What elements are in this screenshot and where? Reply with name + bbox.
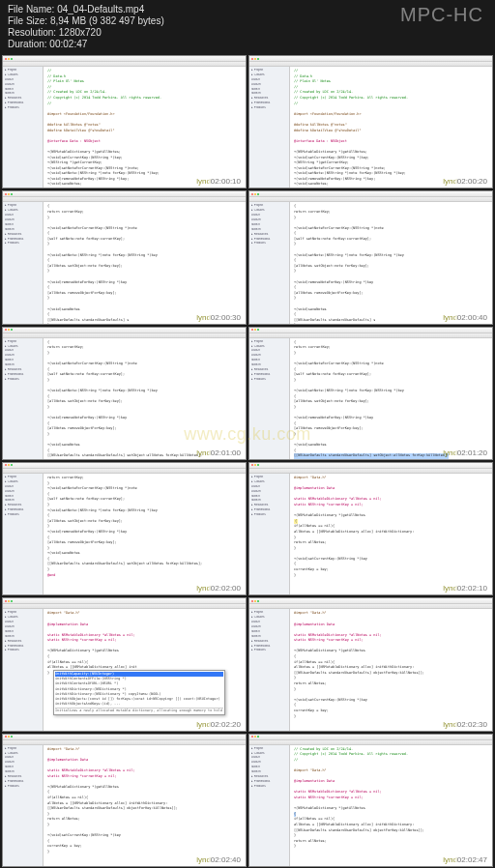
tree-item[interactable]: ▸ Classes xyxy=(5,209,41,213)
tree-item[interactable]: Data.h xyxy=(251,349,287,353)
tree-item[interactable]: Note.m xyxy=(5,92,41,96)
project-navigator[interactable]: ▸ Project ▸ Classes Data.h Data.m Note.h… xyxy=(3,67,44,188)
tree-item[interactable]: ▸ Products xyxy=(251,106,287,110)
tree-item[interactable]: ▸ Products xyxy=(5,785,41,789)
tree-item[interactable]: ▸ Project xyxy=(5,204,41,208)
tree-item[interactable]: Note.h xyxy=(5,766,41,769)
tree-item[interactable]: ▸ Resources xyxy=(251,640,287,644)
tree-item[interactable]: ▸ Project xyxy=(5,747,41,751)
code-editor[interactable]: { return currentKey;} +(void)setNoteForC… xyxy=(44,202,246,323)
tree-item[interactable]: ▸ Frameworks xyxy=(5,101,41,105)
tree-item[interactable]: ▸ Frameworks xyxy=(5,238,41,242)
project-navigator[interactable]: ▸ Project ▸ Classes Data.h Data.m Note.h… xyxy=(3,609,44,730)
code-editor[interactable]: { return currentKey;} +(void)setNoteForC… xyxy=(290,338,492,459)
tree-item[interactable]: ▸ Products xyxy=(251,242,287,246)
tree-item[interactable]: Note.m xyxy=(5,635,41,639)
code-editor[interactable]: //// Data.h// Plain Ol' Notes//// Create… xyxy=(44,67,246,188)
project-navigator[interactable]: ▸ Project ▸ Classes Data.h Data.m Note.h… xyxy=(3,745,44,866)
tree-item[interactable]: Note.m xyxy=(251,228,287,232)
project-navigator[interactable]: ▸ Project ▸ Classes Data.h Data.m Note.h… xyxy=(249,474,290,594)
tree-item[interactable]: ▸ Products xyxy=(5,242,41,246)
project-navigator[interactable]: ▸ Project ▸ Classes Data.h Data.m Note.h… xyxy=(249,609,290,730)
tree-item[interactable]: ▸ Frameworks xyxy=(5,780,41,784)
tree-item[interactable]: ▸ Project xyxy=(5,69,41,72)
tree-item[interactable]: Data.m xyxy=(251,761,287,765)
tree-item[interactable]: ▸ Classes xyxy=(251,616,287,620)
tree-item[interactable]: ▸ Classes xyxy=(5,480,41,484)
tree-item[interactable]: ▸ Resources xyxy=(5,97,41,101)
project-navigator[interactable]: ▸ Project ▸ Classes Data.h Data.m Note.h… xyxy=(3,338,44,459)
tree-item[interactable]: ▸ Products xyxy=(251,513,287,517)
tree-item[interactable]: ▸ Project xyxy=(5,340,41,344)
tree-item[interactable]: Note.m xyxy=(5,228,41,232)
tree-item[interactable]: ▸ Resources xyxy=(251,233,287,237)
project-navigator[interactable]: ▸ Project ▸ Classes Data.h Data.m Note.h… xyxy=(3,474,44,594)
tree-item[interactable]: ▸ Products xyxy=(5,649,41,652)
video-thumbnail[interactable]: ▸ Project ▸ Classes Data.h Data.m Note.h… xyxy=(2,55,247,188)
tree-item[interactable]: ▸ Products xyxy=(5,513,41,517)
code-editor[interactable]: #import "Data.h" @implementation Data st… xyxy=(44,745,246,866)
tree-item[interactable]: Data.h xyxy=(251,756,287,760)
tree-item[interactable]: ▸ Classes xyxy=(5,616,41,620)
tree-item[interactable]: ▸ Resources xyxy=(251,368,287,372)
tree-item[interactable]: Note.m xyxy=(251,363,287,367)
tree-item[interactable]: Data.m xyxy=(251,218,287,222)
video-thumbnail[interactable]: ▸ Project ▸ Classes Data.h Data.m Note.h… xyxy=(248,327,493,460)
tree-item[interactable]: ▸ Resources xyxy=(5,368,41,372)
video-thumbnail[interactable]: ▸ Project ▸ Classes Data.h Data.m Note.h… xyxy=(248,597,493,731)
tree-item[interactable]: Data.m xyxy=(5,490,41,494)
tree-item[interactable]: ▸ Products xyxy=(251,785,287,789)
tree-item[interactable]: ▸ Resources xyxy=(5,640,41,644)
code-editor[interactable]: //// Data.h// Plain Ol' Notes//// Create… xyxy=(290,67,492,188)
tree-item[interactable]: Note.m xyxy=(5,363,41,367)
tree-item[interactable]: ▸ Resources xyxy=(5,233,41,237)
tree-item[interactable]: ▸ Products xyxy=(5,378,41,382)
tree-item[interactable]: ▸ Resources xyxy=(251,775,287,779)
tree-item[interactable]: ▸ Frameworks xyxy=(5,645,41,649)
tree-item[interactable]: Note.h xyxy=(5,630,41,634)
tree-item[interactable]: Data.h xyxy=(5,756,41,760)
tree-item[interactable]: ▸ Frameworks xyxy=(251,645,287,649)
tree-item[interactable]: ▸ Project xyxy=(5,611,41,615)
tree-item[interactable]: Note.h xyxy=(251,630,287,634)
tree-item[interactable]: Data.m xyxy=(251,354,287,358)
tree-item[interactable]: Note.h xyxy=(251,766,287,769)
tree-item[interactable]: Data.h xyxy=(251,621,287,624)
tree-item[interactable]: Note.h xyxy=(251,88,287,92)
project-navigator[interactable]: ▸ Project ▸ Classes Data.h Data.m Note.h… xyxy=(249,202,290,323)
tree-item[interactable]: Data.m xyxy=(251,625,287,629)
tree-item[interactable]: ▸ Project xyxy=(251,340,287,344)
tree-item[interactable]: ▸ Frameworks xyxy=(251,780,287,784)
video-thumbnail[interactable]: ▸ Project ▸ Classes Data.h Data.m Note.h… xyxy=(2,462,247,595)
tree-item[interactable]: Note.h xyxy=(5,359,41,362)
tree-item[interactable]: Data.m xyxy=(5,218,41,222)
project-navigator[interactable]: ▸ Project ▸ Classes Data.h Data.m Note.h… xyxy=(3,202,44,323)
video-thumbnail[interactable]: ▸ Project ▸ Classes Data.h Data.m Note.h… xyxy=(2,190,247,324)
tree-item[interactable]: ▸ Resources xyxy=(5,504,41,507)
tree-item[interactable]: ▸ Project xyxy=(251,204,287,208)
tree-item[interactable]: ▸ Frameworks xyxy=(251,238,287,242)
tree-item[interactable]: Note.h xyxy=(5,495,41,499)
tree-item[interactable]: ▸ Products xyxy=(251,649,287,652)
tree-item[interactable]: ▸ Frameworks xyxy=(5,508,41,512)
tree-item[interactable]: Data.h xyxy=(5,621,41,624)
video-thumbnail[interactable]: ▸ Project ▸ Classes Data.h Data.m Note.h… xyxy=(248,462,493,595)
tree-item[interactable]: Data.h xyxy=(251,78,287,82)
tree-item[interactable]: ▸ Frameworks xyxy=(5,373,41,377)
tree-item[interactable]: Data.h xyxy=(5,485,41,489)
tree-item[interactable]: ▸ Products xyxy=(5,106,41,110)
code-editor[interactable]: #import "Data.h" @implementation Data st… xyxy=(290,609,492,730)
video-thumbnail[interactable]: ▸ Project ▸ Classes Data.h Data.m Note.h… xyxy=(2,597,247,731)
tree-item[interactable]: ▸ Classes xyxy=(251,73,287,77)
tree-item[interactable]: Note.h xyxy=(251,223,287,227)
code-editor[interactable]: return currentKey;}+(void)setNoteForCurr… xyxy=(44,474,246,594)
tree-item[interactable]: Note.h xyxy=(5,88,41,92)
tree-item[interactable]: Note.m xyxy=(5,770,41,774)
code-editor[interactable]: { return currentKey;} +(void)setNoteForC… xyxy=(290,202,492,323)
tree-item[interactable]: Note.m xyxy=(251,499,287,503)
tree-item[interactable]: Note.h xyxy=(251,495,287,499)
tree-item[interactable]: ▸ Products xyxy=(251,378,287,382)
code-editor[interactable]: #import "Data.h" @implementation Data st… xyxy=(44,609,246,730)
project-navigator[interactable]: ▸ Project ▸ Classes Data.h Data.m Note.h… xyxy=(249,338,290,459)
tree-item[interactable]: ▸ Classes xyxy=(251,209,287,213)
